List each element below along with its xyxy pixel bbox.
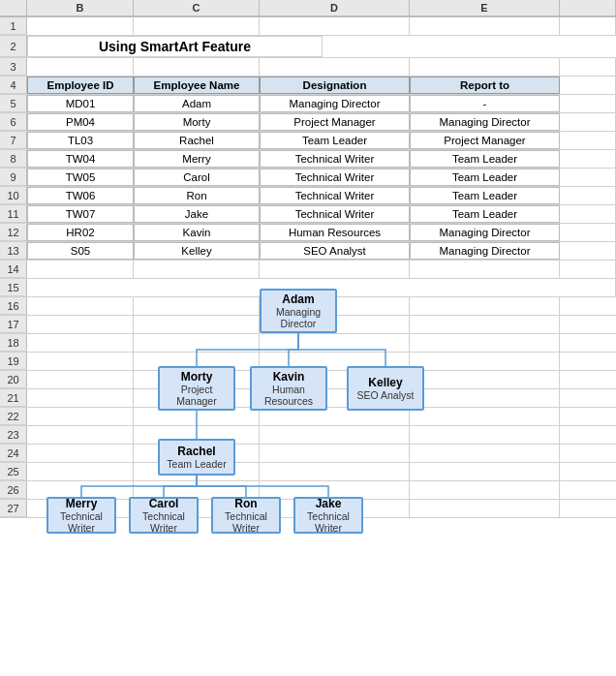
cell-10-desig[interactable]: Technical Writer: [260, 187, 410, 204]
cell-26-b[interactable]: [27, 481, 134, 499]
cell-7-id[interactable]: TL03: [27, 132, 134, 149]
cell-24-e[interactable]: [410, 445, 560, 462]
cell-17-d[interactable]: [260, 316, 410, 333]
cell-16-e[interactable]: [410, 297, 560, 315]
cell-7-report[interactable]: Project Manager: [410, 132, 560, 149]
cell-20-c[interactable]: [134, 371, 260, 388]
th-employee-id[interactable]: Employee ID: [27, 77, 134, 94]
cell-14c[interactable]: [134, 261, 260, 278]
cell-8-desig[interactable]: Technical Writer: [260, 150, 410, 168]
cell-13-id[interactable]: S05: [27, 242, 134, 260]
cell-12-desig[interactable]: Human Resources: [260, 224, 410, 241]
cell-19-b[interactable]: [27, 353, 134, 370]
cell-21-b[interactable]: [27, 389, 134, 407]
cell-21-d[interactable]: [260, 389, 410, 407]
cell-5-desig[interactable]: Managing Director: [260, 95, 410, 112]
th-employee-name[interactable]: Employee Name: [134, 77, 260, 94]
cell-23-d[interactable]: [260, 426, 410, 444]
cell-17-b[interactable]: [27, 316, 134, 333]
cell-11-desig[interactable]: Technical Writer: [260, 205, 410, 223]
cell-27-c[interactable]: [134, 500, 260, 517]
cell-11-id[interactable]: TW07: [27, 205, 134, 223]
cell-6-name[interactable]: Morty: [134, 113, 260, 131]
cell-27-d[interactable]: [260, 500, 410, 517]
cell-18-e[interactable]: [410, 334, 560, 352]
cell-25-c[interactable]: [134, 463, 260, 480]
cell-19-d[interactable]: [260, 353, 410, 370]
cell-1c[interactable]: [134, 17, 260, 35]
cell-16-c[interactable]: [134, 297, 260, 315]
cell-3e[interactable]: [410, 58, 560, 76]
th-report-to[interactable]: Report to: [410, 77, 560, 94]
cell-10-report[interactable]: Team Leader: [410, 187, 560, 204]
cell-8-name[interactable]: Merry: [134, 150, 260, 168]
cell-20-e[interactable]: [410, 371, 560, 388]
cell-22-b[interactable]: [27, 408, 134, 425]
cell-14b[interactable]: [27, 261, 134, 278]
cell-22-c[interactable]: [134, 408, 260, 425]
cell-9-desig[interactable]: Technical Writer: [260, 169, 410, 186]
cell-6-id[interactable]: PM04: [27, 113, 134, 131]
cell-9-name[interactable]: Carol: [134, 169, 260, 186]
cell-20-d[interactable]: [260, 371, 410, 388]
cell-25-b[interactable]: [27, 463, 134, 480]
cell-8-report[interactable]: Team Leader: [410, 150, 560, 168]
cell-27-e[interactable]: [410, 500, 560, 517]
cell-26-d[interactable]: [260, 481, 410, 499]
cell-24-c[interactable]: [134, 445, 260, 462]
cell-19-c[interactable]: [134, 353, 260, 370]
cell-23-e[interactable]: [410, 426, 560, 444]
cell-10-id[interactable]: TW06: [27, 187, 134, 204]
cell-14e[interactable]: [410, 261, 560, 278]
cell-9-id[interactable]: TW05: [27, 169, 134, 186]
cell-18-c[interactable]: [134, 334, 260, 352]
cell-21-c[interactable]: [134, 389, 260, 407]
cell-13-name[interactable]: Kelley: [134, 242, 260, 260]
cell-24-b[interactable]: [27, 445, 134, 462]
cell-6-desig[interactable]: Project Manager: [260, 113, 410, 131]
cell-7-desig[interactable]: Team Leader: [260, 132, 410, 149]
cell-26-e[interactable]: [410, 481, 560, 499]
cell-10-name[interactable]: Ron: [134, 187, 260, 204]
cell-6-report[interactable]: Managing Director: [410, 113, 560, 131]
cell-1e[interactable]: [410, 17, 560, 35]
cell-12-name[interactable]: Kavin: [134, 224, 260, 241]
cell-1d[interactable]: [260, 17, 410, 35]
th-designation[interactable]: Designation: [260, 77, 410, 94]
cell-18-d[interactable]: [260, 334, 410, 352]
spreadsheet-title[interactable]: Using SmartArt Feature: [27, 36, 323, 57]
cell-3c[interactable]: [134, 58, 260, 76]
cell-16-d[interactable]: [260, 297, 410, 315]
cell-16-b[interactable]: [27, 297, 134, 315]
cell-17-e[interactable]: [410, 316, 560, 333]
cell-11-report[interactable]: Team Leader: [410, 205, 560, 223]
cell-19-e[interactable]: [410, 353, 560, 370]
cell-13-report[interactable]: Managing Director: [410, 242, 560, 260]
cell-23-b[interactable]: [27, 426, 134, 444]
cell-27-b[interactable]: [27, 500, 134, 517]
cell-25-e[interactable]: [410, 463, 560, 480]
cell-5-id[interactable]: MD01: [27, 95, 134, 112]
cell-13-desig[interactable]: SEO Analyst: [260, 242, 410, 260]
cell-18-b[interactable]: [27, 334, 134, 352]
cell-12-id[interactable]: HR02: [27, 224, 134, 241]
cell-7-name[interactable]: Rachel: [134, 132, 260, 149]
cell-22-e[interactable]: [410, 408, 560, 425]
cell-9-report[interactable]: Team Leader: [410, 169, 560, 186]
cell-21-e[interactable]: [410, 389, 560, 407]
cell-3b[interactable]: [27, 58, 134, 76]
cell-24-d[interactable]: [260, 445, 410, 462]
cell-5-name[interactable]: Adam: [134, 95, 260, 112]
cell-26-c[interactable]: [134, 481, 260, 499]
cell-22-d[interactable]: [260, 408, 410, 425]
cell-17-c[interactable]: [134, 316, 260, 333]
cell-20-b[interactable]: [27, 371, 134, 388]
cell-3d[interactable]: [260, 58, 410, 76]
cell-8-id[interactable]: TW04: [27, 150, 134, 168]
cell-11-name[interactable]: Jake: [134, 205, 260, 223]
cell-5-report[interactable]: -: [410, 95, 560, 112]
cell-23-c[interactable]: [134, 426, 260, 444]
cell-1b[interactable]: [27, 17, 134, 35]
cell-25-d[interactable]: [260, 463, 410, 480]
cell-14d[interactable]: [260, 261, 410, 278]
